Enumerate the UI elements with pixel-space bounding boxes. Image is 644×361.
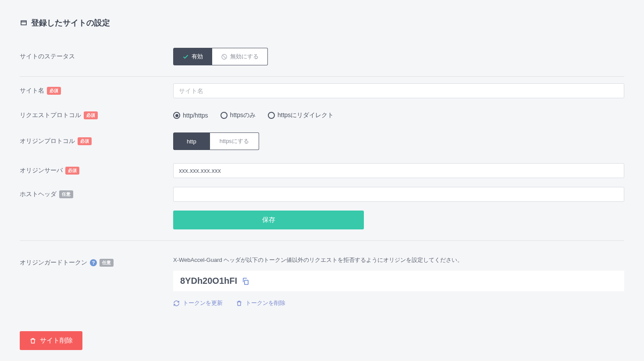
row-origin-protocol: オリジンプロトコル 必須 http httpsにする xyxy=(20,126,624,157)
row-request-protocol: リクエストプロトコル 必須 http/https httpsのみ httpsにリ… xyxy=(20,105,624,126)
status-toggle-group: 有効 無効にする xyxy=(173,48,268,65)
label-site-name: サイト名 必須 xyxy=(20,87,173,95)
svg-line-3 xyxy=(223,55,226,58)
radio-icon xyxy=(268,112,275,119)
optional-badge: 任意 xyxy=(59,190,73,198)
origin-http-button[interactable]: http xyxy=(173,132,210,150)
delete-site-button[interactable]: サイト削除 xyxy=(20,331,82,350)
label-status: サイトのステータス xyxy=(20,53,173,61)
label-origin-protocol-text: オリジンプロトコル xyxy=(20,137,75,145)
token-refresh-button[interactable]: トークンを更新 xyxy=(173,299,223,307)
label-origin-protocol: オリジンプロトコル 必須 xyxy=(20,137,173,145)
site-name-input[interactable] xyxy=(173,83,624,98)
token-actions: トークンを更新 トークンを削除 xyxy=(173,299,624,307)
required-badge: 必須 xyxy=(65,167,79,175)
row-save: 保存 xyxy=(20,208,624,236)
optional-badge: 任意 xyxy=(100,259,114,267)
radio-http-https-label: http/https xyxy=(183,112,208,119)
label-request-protocol: リクエストプロトコル 必須 xyxy=(20,111,173,119)
required-badge: 必須 xyxy=(84,111,98,119)
check-icon xyxy=(182,54,189,60)
page-title-text: 登録したサイトの設定 xyxy=(31,18,110,28)
required-badge: 必須 xyxy=(47,87,61,95)
status-enabled-label: 有効 xyxy=(192,53,203,61)
label-host-header-text: ホストヘッダ xyxy=(20,190,57,198)
radio-redirect-https-label: httpsにリダイレクト xyxy=(278,111,334,119)
origin-http-label: http xyxy=(187,138,196,145)
row-origin-server: オリジンサーバ 必須 xyxy=(20,157,624,180)
token-delete-button[interactable]: トークンを削除 xyxy=(236,299,285,307)
token-value-box: 8YDh20O1hFI xyxy=(173,271,624,291)
row-token: オリジンガードトークン ? 任意 X-WebAccel-Guard ヘッダが以下… xyxy=(20,250,624,314)
row-host-header: ホストヘッダ 任意 xyxy=(20,180,624,208)
label-origin-server-text: オリジンサーバ xyxy=(20,167,63,175)
ban-icon xyxy=(221,54,228,60)
label-host-header: ホストヘッダ 任意 xyxy=(20,190,173,198)
token-delete-label: トークンを削除 xyxy=(246,299,285,307)
label-site-name-text: サイト名 xyxy=(20,87,44,95)
radio-icon xyxy=(221,112,228,119)
origin-https-button[interactable]: httpsにする xyxy=(210,132,259,150)
trash-icon xyxy=(29,337,36,344)
window-icon xyxy=(20,19,28,26)
host-header-input[interactable] xyxy=(173,187,624,202)
label-token: オリジンガードトークン ? 任意 xyxy=(20,256,173,267)
request-protocol-radios: http/https httpsのみ httpsにリダイレクト xyxy=(173,111,624,119)
status-disable-button[interactable]: 無効にする xyxy=(212,48,268,65)
required-badge: 必須 xyxy=(78,137,92,145)
row-status: サイトのステータス 有効 無効にする xyxy=(20,41,624,77)
token-refresh-label: トークンを更新 xyxy=(183,299,223,307)
copy-icon[interactable] xyxy=(242,277,249,285)
radio-icon xyxy=(173,112,180,119)
status-enabled-button[interactable]: 有効 xyxy=(173,48,212,65)
radio-https-only-label: httpsのみ xyxy=(230,111,256,119)
label-origin-server: オリジンサーバ 必須 xyxy=(20,167,173,175)
section-token: オリジンガードトークン ? 任意 X-WebAccel-Guard ヘッダが以下… xyxy=(20,240,624,314)
token-value: 8YDh20O1hFI xyxy=(180,276,237,286)
delete-site-label: サイト削除 xyxy=(40,336,73,345)
page-title: 登録したサイトの設定 xyxy=(20,18,624,28)
radio-http-https[interactable]: http/https xyxy=(173,112,208,119)
svg-rect-4 xyxy=(245,280,248,284)
svg-rect-0 xyxy=(21,21,26,25)
status-disable-label: 無効にする xyxy=(230,53,259,61)
row-site-name: サイト名 必須 xyxy=(20,77,624,105)
radio-redirect-https[interactable]: httpsにリダイレクト xyxy=(268,111,334,119)
help-icon[interactable]: ? xyxy=(90,259,97,266)
radio-https-only[interactable]: httpsのみ xyxy=(221,111,256,119)
refresh-icon xyxy=(173,300,180,307)
token-hint: X-WebAccel-Guard ヘッダが以下のトークン値以外のリクエストを拒否… xyxy=(173,256,624,264)
save-button[interactable]: 保存 xyxy=(173,211,364,229)
origin-server-input[interactable] xyxy=(173,163,624,178)
label-status-text: サイトのステータス xyxy=(20,53,75,61)
origin-https-label: httpsにする xyxy=(220,137,249,145)
label-token-text: オリジンガードトークン xyxy=(20,259,87,267)
origin-protocol-toggle: http httpsにする xyxy=(173,132,259,150)
trash-icon xyxy=(236,300,242,307)
label-request-protocol-text: リクエストプロトコル xyxy=(20,111,81,119)
